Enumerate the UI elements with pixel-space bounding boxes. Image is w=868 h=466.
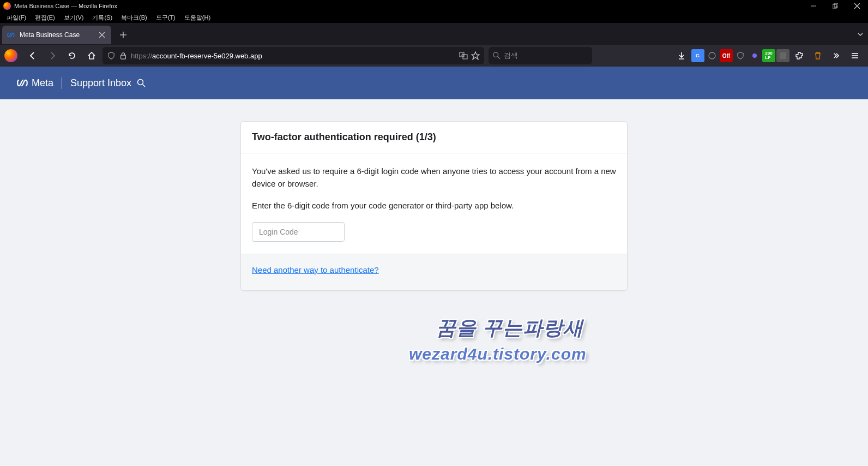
shield-icon[interactable]	[107, 51, 116, 60]
close-button[interactable]	[846, 0, 868, 12]
svg-line-24	[143, 85, 146, 87]
window-titlebar: Meta Business Case — Mozilla Firefox	[0, 0, 868, 12]
menu-help[interactable]: 도움말(H)	[180, 13, 215, 23]
watermark: 꿈을 꾸는파랑새 wezard4u.tistory.com	[436, 315, 587, 363]
search-placeholder: 검색	[504, 51, 518, 61]
menu-tools[interactable]: 도구(T)	[152, 13, 180, 23]
svg-rect-9	[121, 55, 126, 59]
card-paragraph-1: You've asked us to require a 6-digit log…	[252, 165, 616, 190]
back-button[interactable]	[24, 47, 41, 64]
extension-badge-icon[interactable]	[776, 49, 789, 62]
search-icon	[493, 52, 501, 59]
overflow-button[interactable]	[828, 47, 845, 64]
meta-favicon-icon	[7, 31, 15, 39]
translate-icon[interactable]: A	[459, 51, 468, 60]
svg-point-23	[138, 80, 143, 85]
svg-point-13	[493, 52, 498, 57]
menu-view[interactable]: 보기(V)	[59, 13, 88, 23]
svg-text:A: A	[461, 53, 463, 56]
extension-translate-icon[interactable]: G	[691, 49, 704, 62]
card-title: Two-factor authentication required (1/3)	[252, 132, 616, 143]
browser-menubar: 파일(F) 편집(E) 보기(V) 기록(S) 북마크(B) 도구(T) 도움말…	[0, 12, 868, 23]
lock-icon[interactable]	[119, 51, 128, 60]
search-icon[interactable]	[137, 79, 146, 87]
card-paragraph-2: Enter the 6-digit code from your code ge…	[252, 200, 616, 212]
meta-logo[interactable]: Meta	[16, 77, 62, 89]
bookmark-star-icon[interactable]	[471, 51, 480, 60]
new-tab-button[interactable]	[116, 27, 131, 43]
extension-dot-icon[interactable]	[748, 49, 761, 62]
card-header: Two-factor authentication required (1/3)	[241, 122, 627, 153]
login-code-input[interactable]	[252, 222, 345, 242]
downloads-button[interactable]	[673, 47, 690, 64]
browser-toolbar: https://account-fb-reserve-5e029.web.app…	[0, 45, 868, 67]
browser-tab[interactable]: Meta Business Case	[2, 26, 111, 44]
menu-file[interactable]: 파일(F)	[2, 13, 31, 23]
meta-header: Meta Support Inbox	[0, 67, 868, 99]
menu-edit[interactable]: 편집(E)	[31, 13, 59, 23]
alternate-auth-link[interactable]: Need another way to authenticate?	[252, 265, 379, 274]
support-inbox-title: Support Inbox	[70, 77, 146, 89]
tab-title: Meta Business Case	[20, 31, 80, 39]
page-content: Meta Support Inbox Two-factor authentica…	[0, 67, 868, 466]
extension-icon[interactable]	[706, 49, 719, 62]
extension-ublock-icon[interactable]: Off	[720, 49, 733, 62]
svg-point-18	[752, 53, 757, 58]
auth-card: Two-factor authentication required (1/3)…	[240, 121, 628, 291]
firefox-logo-icon	[3, 2, 11, 10]
reload-button[interactable]	[63, 47, 81, 64]
svg-line-14	[498, 57, 500, 59]
maximize-button[interactable]	[824, 0, 846, 12]
minimize-button[interactable]	[803, 0, 824, 12]
extension-200-icon[interactable]: 200LF	[762, 49, 775, 62]
watermark-line-1: 꿈을 꾸는파랑새	[436, 315, 587, 342]
extension-shield-icon[interactable]	[734, 49, 747, 62]
hamburger-menu-button[interactable]	[846, 47, 864, 64]
url-text: https://account-fb-reserve-5e029.web.app	[131, 52, 456, 60]
svg-text:G: G	[696, 53, 700, 58]
meta-brand-text: Meta	[32, 77, 53, 89]
svg-rect-19	[780, 52, 786, 59]
forward-button[interactable]	[44, 47, 61, 64]
home-button[interactable]	[83, 47, 100, 64]
extension-trash-icon[interactable]	[809, 47, 827, 64]
meta-infinity-icon	[16, 79, 28, 87]
url-bar[interactable]: https://account-fb-reserve-5e029.web.app…	[103, 47, 484, 64]
tabs-dropdown-button[interactable]	[857, 30, 864, 40]
firefox-logo-icon	[4, 49, 17, 62]
menu-history[interactable]: 기록(S)	[88, 13, 117, 23]
extensions-button[interactable]	[791, 47, 808, 64]
window-title: Meta Business Case — Mozilla Firefox	[14, 3, 117, 9]
svg-point-17	[709, 52, 715, 59]
search-bar[interactable]: 검색	[489, 47, 592, 64]
menu-bookmarks[interactable]: 북마크(B)	[117, 13, 152, 23]
watermark-line-2: wezard4u.tistory.com	[409, 345, 587, 363]
browser-tabbar: Meta Business Case	[0, 23, 868, 45]
tab-close-button[interactable]	[97, 30, 107, 40]
